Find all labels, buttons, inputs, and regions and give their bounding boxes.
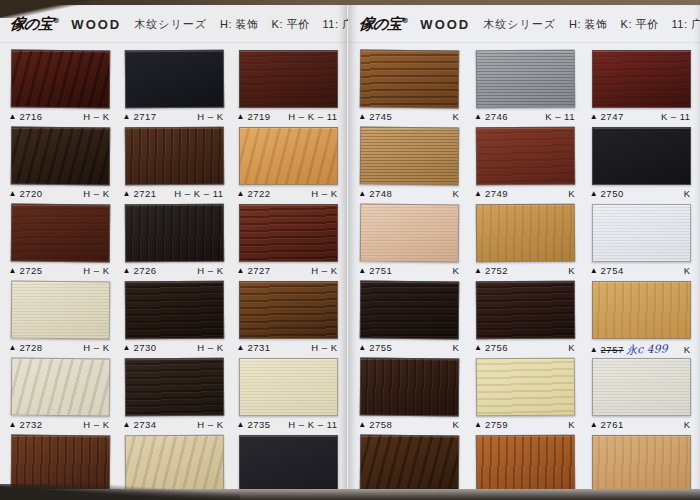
swatch-number: 2759: [485, 419, 508, 430]
swatch-code: H – K – 11: [288, 419, 339, 430]
swatch-label: ▲ 2735 H – K – 11: [237, 419, 340, 430]
swatch-number: 2719: [247, 111, 270, 122]
swatch-cell: ▲ 2751 K: [352, 201, 468, 278]
triangle-marker-icon: ▲: [590, 420, 598, 429]
swatch-cell: ▲ 2758 K: [352, 355, 468, 432]
swatch-label: ▲ 2761 K: [590, 419, 693, 430]
triangle-marker-icon: ▲: [123, 266, 131, 275]
swatch-number: 2749: [485, 188, 508, 199]
triangle-marker-icon: ▲: [358, 420, 366, 429]
wood-swatch: [476, 358, 575, 417]
legend-11: 11: 广告软片: [672, 17, 700, 32]
wood-swatch: [10, 127, 110, 186]
wood-swatch: [592, 127, 691, 185]
triangle-marker-icon: ▲: [9, 343, 17, 352]
swatch-cell: ▲ 2728 H – K: [3, 278, 117, 355]
swatch-label: ▲ 2759 K: [474, 419, 577, 430]
swatch-code: H – K: [197, 342, 225, 353]
swatch-label: ▲ 2756 K: [474, 342, 577, 353]
swatch-code: H – K: [83, 111, 111, 122]
legend-h: H: 装饰: [220, 17, 259, 32]
brand-wood-label: WOOD: [420, 17, 470, 32]
swatch-label: ▲ 2728 H – K: [9, 342, 112, 353]
swatch-number: 2716: [19, 111, 42, 122]
swatch-code: K: [452, 342, 461, 353]
triangle-marker-icon: ▲: [358, 343, 366, 352]
wood-swatch: [592, 358, 691, 416]
legend-k: K: 平价: [272, 17, 310, 32]
swatch-cell: ▲ 2745 K: [352, 47, 468, 124]
swatch-code: K: [452, 188, 461, 199]
swatch-cell: ▲ 2722 H – K: [231, 124, 345, 201]
swatch-code: H – K: [311, 188, 339, 199]
swatch-code: K: [452, 419, 461, 430]
wood-swatch: [592, 50, 691, 108]
wood-swatch: [239, 204, 338, 262]
triangle-marker-icon: ▲: [123, 189, 131, 198]
brand-logo: 傢の宝®: [358, 15, 408, 34]
swatch-cell: ▲ 2735 H – K – 11: [231, 355, 345, 432]
swatch-code: K: [568, 265, 577, 276]
swatch-label: ▲ 2754 K: [590, 265, 693, 276]
handwritten-number: 永c 499: [625, 341, 667, 357]
swatch-number: 2745: [369, 111, 392, 122]
swatch-code: K: [684, 344, 693, 355]
swatch-cell: ▲ 2732 H – K: [3, 355, 117, 432]
wood-swatch: [592, 435, 691, 493]
triangle-marker-icon: ▲: [474, 420, 482, 429]
swatch-label: ▲ 2750 K: [590, 188, 693, 199]
legend-h: H: 装饰: [569, 17, 608, 32]
wood-swatch: [124, 358, 223, 417]
wood-swatch: [124, 204, 223, 263]
triangle-marker-icon: ▲: [123, 420, 131, 429]
triangle-marker-icon: ▲: [358, 266, 366, 275]
swatch-cell: ▲ 2746 K – 11: [468, 47, 584, 124]
triangle-marker-icon: ▲: [123, 343, 131, 352]
swatch-label: ▲ 2722 H – K: [237, 188, 340, 199]
swatch-code: K: [568, 419, 577, 430]
swatch-number: 2734: [133, 419, 156, 430]
swatch-cell: ▲ 2734 H – K: [117, 355, 231, 432]
swatch-number: 2758: [369, 419, 392, 430]
wood-swatch: [239, 435, 338, 493]
wood-swatch: [360, 358, 460, 417]
triangle-marker-icon: ▲: [590, 266, 598, 275]
swatch-label: ▲ 2747 K – 11: [590, 111, 693, 122]
wood-swatch: [124, 281, 223, 340]
swatch-cell: ▲ 2748 K: [352, 124, 468, 201]
wood-swatch: [476, 204, 575, 263]
swatch-code: K: [452, 111, 461, 122]
swatch-cell: ▲ 2726 H – K: [117, 201, 231, 278]
triangle-marker-icon: ▲: [474, 189, 482, 198]
swatch-label: ▲ 2758 K: [358, 419, 461, 430]
swatch-cell: ▲ 2717 H – K: [117, 47, 231, 124]
wood-swatch: [360, 204, 460, 263]
triangle-marker-icon: ▲: [590, 189, 598, 198]
triangle-marker-icon: ▲: [237, 266, 245, 275]
swatch-cell: ▲ 2716 H – K: [3, 47, 117, 124]
series-label: 木纹シリーズ: [483, 17, 556, 32]
swatch-code: K: [568, 188, 577, 199]
swatch-number: 2726: [133, 265, 156, 276]
wood-swatch: [592, 204, 691, 262]
swatch-code: H – K: [83, 265, 111, 276]
swatch-grid-right: ▲ 2745 K ▲ 2746 K – 11 ▲ 2747 K – 11 ▲ 2…: [349, 43, 700, 500]
triangle-marker-icon: ▲: [358, 189, 366, 198]
swatch-label: ▲ 2727 H – K: [237, 265, 340, 276]
swatch-number: 2754: [601, 265, 624, 276]
wood-swatch: [360, 281, 460, 340]
swatch-code: K – 11: [661, 111, 693, 122]
wood-swatch: [239, 50, 338, 108]
triangle-marker-icon: ▲: [590, 112, 598, 121]
triangle-marker-icon: ▲: [9, 266, 17, 275]
swatch-label: ▲ 2725 H – K: [9, 265, 112, 276]
wood-swatch: [239, 358, 338, 416]
wood-swatch: [124, 50, 223, 109]
swatch-label: ▲ 2730 H – K: [123, 342, 226, 353]
swatch-label: ▲ 2732 H – K: [9, 419, 112, 430]
photo-bottom-left-corner: [0, 484, 240, 500]
triangle-marker-icon: ▲: [474, 266, 482, 275]
triangle-marker-icon: ▲: [358, 112, 366, 121]
swatch-cell: ▲ 2719 H – K – 11: [231, 47, 345, 124]
triangle-marker-icon: ▲: [237, 420, 245, 429]
